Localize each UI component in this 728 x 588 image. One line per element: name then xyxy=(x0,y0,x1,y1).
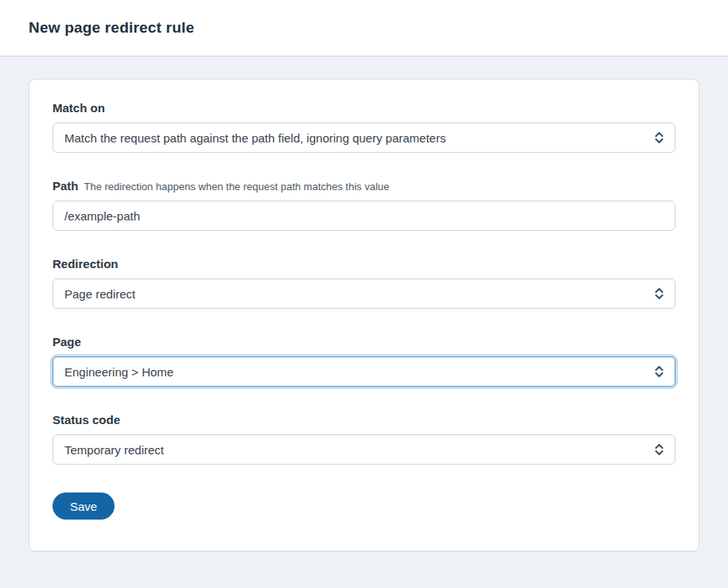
redirection-label: Redirection xyxy=(53,257,675,271)
updown-chevron-icon xyxy=(654,443,664,456)
path-group: Path The redirection happens when the re… xyxy=(53,179,675,231)
status-code-selected-value: Temporary redirect xyxy=(64,443,164,457)
redirect-rule-form-card: Match on Match the request path against … xyxy=(29,79,699,551)
match-on-label: Match on xyxy=(53,101,675,115)
page-title: New page redirect rule xyxy=(29,19,194,37)
status-code-group: Status code Temporary redirect xyxy=(53,413,675,465)
match-on-group: Match on Match the request path against … xyxy=(53,101,675,153)
path-helper-text: The redirection happens when the request… xyxy=(84,181,390,193)
path-label-row: Path The redirection happens when the re… xyxy=(53,179,675,193)
updown-chevron-icon xyxy=(654,131,664,144)
redirection-select[interactable]: Page redirect xyxy=(53,278,675,309)
page-header: New page redirect rule xyxy=(0,0,728,56)
redirection-selected-value: Page redirect xyxy=(64,287,135,301)
updown-chevron-icon xyxy=(654,365,664,378)
page-selected-value: Engineering > Home xyxy=(64,365,173,379)
match-on-selected-value: Match the request path against the path … xyxy=(64,131,446,145)
save-button[interactable]: Save xyxy=(53,493,115,520)
page-label: Page xyxy=(53,335,675,349)
match-on-select[interactable]: Match the request path against the path … xyxy=(53,123,675,153)
page-group: Page Engineering > Home xyxy=(53,335,675,387)
path-label: Path xyxy=(53,179,79,193)
path-input[interactable] xyxy=(53,201,675,231)
redirection-group: Redirection Page redirect xyxy=(53,257,675,309)
status-code-label: Status code xyxy=(53,413,675,426)
updown-chevron-icon xyxy=(654,287,664,300)
status-code-select[interactable]: Temporary redirect xyxy=(53,434,675,465)
main-area: Match on Match the request path against … xyxy=(0,56,728,551)
page-select[interactable]: Engineering > Home xyxy=(53,356,675,387)
